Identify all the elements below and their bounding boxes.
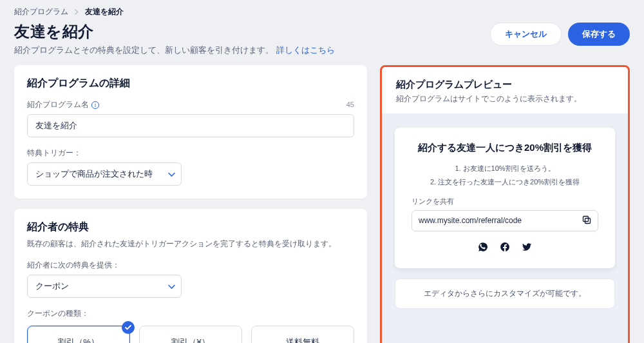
facebook-icon[interactable] [500,242,510,254]
widget-step-1: 1. お友達に10%割引を送ろう。 [430,162,580,175]
cancel-button[interactable]: キャンセル [490,23,562,46]
info-icon[interactable]: i [91,101,99,109]
copy-icon[interactable] [582,215,591,226]
breadcrumb-current: 友達を紹介 [85,6,124,17]
reward-provide-label: 紹介者に次の特典を提供： [27,260,354,271]
page-title: 友達を紹介 [14,21,335,42]
program-name-input[interactable] [27,114,354,137]
preview-panel: 紹介プログラムプレビュー 紹介プログラムはサイトでこのように表示されます。 紹介… [380,65,630,343]
coupon-type-label: クーポンの種類： [27,308,354,319]
page-subtitle: 紹介プログラムとその特典を設定して、新しい顧客を引き付けます。 詳しくはこちら [14,44,335,56]
program-name-charcount: 45 [346,101,354,108]
learn-more-link[interactable]: 詳しくはこちら [276,45,335,55]
program-details-title: 紹介プログラムの詳細 [27,77,354,90]
editor-customize-note: エディタからさらにカスタマイズが可能です。 [395,279,615,309]
referrer-reward-card: 紹介者の特典 既存の顧客は、紹介された友達がトリガーアクションを完了すると特典を… [14,209,367,343]
program-name-label: 紹介プログラム名 i [27,99,99,110]
preview-subtitle: 紹介プログラムはサイトでこのように表示されます。 [396,93,614,104]
referral-widget: 紹介する友達一人につき20%割引を獲得 1. お友達に10%割引を送ろう。 2.… [395,128,615,268]
chevron-right-icon [75,8,79,17]
referral-url-box[interactable]: www.mysite.com/referral/code [412,210,598,231]
referrer-reward-title: 紹介者の特典 [27,220,354,234]
trigger-select[interactable]: ショップで商品が注文された時 [27,162,182,186]
breadcrumb: 紹介プログラム 友達を紹介 [14,6,630,17]
referral-url-text: www.mysite.com/referral/code [419,216,522,225]
share-link-label: リンクを共有 [412,197,598,206]
referrer-reward-desc: 既存の顧客は、紹介された友達がトリガーアクションを完了すると特典を受け取ります。 [27,238,354,250]
coupon-option-freeship[interactable]: 送料無料 [251,326,354,343]
widget-step-2: 2. 注文を行った友達一人につき20%割引を獲得 [430,175,580,189]
widget-headline: 紹介する友達一人につき20%割引を獲得 [418,142,592,154]
preview-title: 紹介プログラムプレビュー [396,79,614,91]
program-details-card: 紹介プログラムの詳細 紹介プログラム名 i 45 特典トリガー： [14,65,367,199]
whatsapp-icon[interactable] [478,242,488,254]
svg-rect-1 [583,216,589,221]
check-icon [122,321,135,334]
coupon-option-percent[interactable]: 割引（%） [27,326,130,343]
reward-type-select[interactable]: クーポン [27,275,182,298]
breadcrumb-parent[interactable]: 紹介プログラム [14,6,68,17]
save-button[interactable]: 保存する [568,23,630,46]
twitter-icon[interactable] [522,242,532,254]
svg-rect-0 [585,218,591,223]
coupon-option-yen[interactable]: 割引（¥） [139,326,242,343]
trigger-label: 特典トリガー： [27,148,354,159]
